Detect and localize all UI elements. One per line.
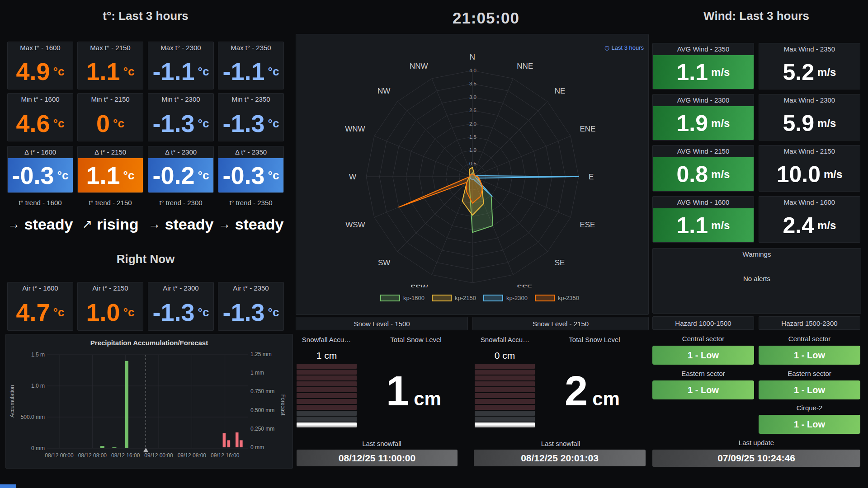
legend-item-kp-1600[interactable]: kp-1600 xyxy=(380,295,425,301)
stat-value: -1.3 xyxy=(153,300,195,324)
trend-value-2150: ↗rising xyxy=(77,213,143,235)
dashboard: t°: Last 3 hours Max t° - 1600 4.9°c Max… xyxy=(0,0,868,488)
central-sector-hazard-value: 1 - Low xyxy=(652,346,754,365)
svg-text:Precipitation Accumulation/For: Precipitation Accumulation/Forecast xyxy=(90,339,208,347)
svg-text:E: E xyxy=(589,173,594,181)
panel-title: Air t° - 2350 xyxy=(218,282,283,294)
last-snowfall-timestamp: 08/12/25 11:00:00 xyxy=(297,450,458,466)
svg-text:0 mm: 0 mm xyxy=(31,445,45,451)
stat-value: 4.9 xyxy=(16,59,50,84)
stat-value: 0 xyxy=(96,111,110,136)
stat-value: -1.3 xyxy=(223,111,265,136)
panel-title: Air t° - 2300 xyxy=(148,282,213,294)
last-snowfall-label: Last snowfall xyxy=(472,440,649,447)
panel-title: AVG Wind - 2350 xyxy=(653,43,754,55)
panel-title: Δ t° - 2300 xyxy=(148,146,213,158)
section-title-temperature: t°: Last 3 hours xyxy=(7,9,284,23)
legend-swatch xyxy=(432,295,452,301)
bottom-left-accent xyxy=(0,484,16,488)
gauge-cell-red xyxy=(297,387,357,392)
svg-text:Accumulation: Accumulation xyxy=(9,385,15,418)
svg-text:0 mm: 0 mm xyxy=(250,444,264,450)
gauge-cell-red xyxy=(475,399,535,404)
panel-title: AVG Wind - 2150 xyxy=(653,145,754,157)
panel-title: Max Wind - 2350 xyxy=(759,43,860,55)
stat-panel-min-2300: Min t° - 2300 -1.3°c xyxy=(148,93,214,141)
panel-title: Max t° - 2150 xyxy=(78,42,143,54)
panel-title: Min t° - 2150 xyxy=(78,94,143,105)
svg-text:1.25 mm: 1.25 mm xyxy=(250,351,272,357)
svg-text:SSW: SSW xyxy=(410,283,428,287)
svg-text:SSE: SSE xyxy=(517,283,532,287)
legend-item-kp-2300[interactable]: kp-2300 xyxy=(483,295,528,301)
panel-title: AVG Wind - 1600 xyxy=(653,197,754,208)
svg-text:3.0: 3.0 xyxy=(469,94,476,100)
svg-text:500.0 mm: 500.0 mm xyxy=(21,414,45,420)
total-snow-stat: 1cm xyxy=(357,370,470,412)
stat-unit: °c xyxy=(123,66,135,77)
stat-panel-min-2350: Min t° - 2350 -1.3°c xyxy=(218,93,284,141)
stat-unit: °c xyxy=(268,66,279,77)
cirque-2-label: Cirque-2 xyxy=(759,404,860,412)
stat-unit: °c xyxy=(268,306,279,318)
wind-rose-panel: Last 3 hours 0.51.01.52.02.53.03.54.0NNN… xyxy=(296,34,649,315)
stat-unit: °c xyxy=(198,169,209,181)
panel-title: Max Wind - 2150 xyxy=(759,145,860,157)
svg-text:0.250 mm: 0.250 mm xyxy=(250,426,274,432)
central-sector-label: Central sector xyxy=(759,335,860,343)
panel-title: Δ t° - 2150 xyxy=(78,146,143,158)
gauge-cell-red xyxy=(297,405,357,410)
panel-title: Δ t° - 2350 xyxy=(218,146,283,158)
panel-title: Min t° - 2300 xyxy=(148,94,213,105)
last-snowfall-timestamp: 08/12/25 20:01:03 xyxy=(474,450,646,466)
svg-text:08/12 08:00: 08/12 08:00 xyxy=(78,452,107,459)
wind-rose-chart: 0.51.01.52.02.53.03.54.0NNNENEENEEESESES… xyxy=(296,34,648,287)
gauge-cell-red xyxy=(297,399,357,404)
trend-arrow-icon: ↗ xyxy=(82,218,92,230)
snow-level-1500-panel: Snowfall Accu… Total Snow Level 1 cm 1cm… xyxy=(296,331,468,469)
svg-text:ESE: ESE xyxy=(580,221,595,229)
stat-value: -0.3 xyxy=(223,163,265,188)
svg-text:09/12 08:00: 09/12 08:00 xyxy=(178,452,207,459)
stat-value: 4.7 xyxy=(16,300,50,324)
trend-arrow-icon: → xyxy=(148,218,160,230)
snowfall-accumulation-label: Snowfall Accu… xyxy=(476,336,534,343)
svg-text:1.5: 1.5 xyxy=(469,134,476,140)
wind-rose-legend: kp-1600 kp-2150 kp-2300 kp-2350 xyxy=(380,295,579,301)
hazard-1000-1500-header: Hazard 1000-1500 xyxy=(652,316,754,330)
snowfall-bar-gauge xyxy=(475,363,535,427)
svg-text:08/12 16:00: 08/12 16:00 xyxy=(111,452,140,459)
gauge-cell-gray xyxy=(297,411,357,416)
panel-title: Max Wind - 1600 xyxy=(759,197,860,208)
legend-item-kp-2150[interactable]: kp-2150 xyxy=(432,295,476,301)
snowfall-accumulation-label: Snowfall Accu… xyxy=(297,336,355,343)
stat-panel-avg-wind-2350: AVG Wind - 2350 1.1m/s xyxy=(652,43,754,89)
stat-unit: °c xyxy=(198,306,209,318)
section-title-wind: Wind: Last 3 hours xyxy=(652,9,860,23)
stat-panel-air-1600: Air t° - 1600 4.7°c xyxy=(7,282,73,331)
stat-unit: °c xyxy=(53,306,65,318)
stat-value: 1.0 xyxy=(86,300,120,324)
stat-panel-max-wind-2150: Max Wind - 2150 10.0m/s xyxy=(759,145,860,192)
stat-value: -0.3 xyxy=(12,163,54,188)
svg-text:09/12 00:00: 09/12 00:00 xyxy=(144,452,173,459)
snow-level-2150-panel: Snowfall Accu… Total Snow Level 0 cm 2cm… xyxy=(472,331,649,469)
gauge-cell-red xyxy=(297,370,357,375)
stat-panel-max-2350: Max t° - 2350 -1.1°c xyxy=(218,42,284,89)
stat-panel-avg-wind-2300: AVG Wind - 2300 1.9m/s xyxy=(652,94,754,141)
gauge-cell-red xyxy=(475,405,535,410)
svg-text:1.5 m: 1.5 m xyxy=(31,352,45,358)
stat-panel-max-1600: Max t° - 1600 4.9°c xyxy=(7,42,73,89)
legend-item-kp-2350[interactable]: kp-2350 xyxy=(535,295,579,301)
gauge-cell-red xyxy=(475,393,535,398)
svg-text:0.500 mm: 0.500 mm xyxy=(250,407,274,413)
stat-value: 1.1 xyxy=(86,59,120,84)
total-snow-level-label: Total Snow Level xyxy=(558,336,631,343)
svg-text:NW: NW xyxy=(377,87,390,95)
snowfall-gauge-value: 0 cm xyxy=(475,350,535,361)
last-update-label: Last update xyxy=(652,439,860,446)
last-snowfall-label: Last snowfall xyxy=(296,440,468,447)
gauge-cell-red xyxy=(475,375,535,380)
stat-panel-avg-wind-2150: AVG Wind - 2150 0.8m/s xyxy=(652,145,754,192)
panel-title: Air t° - 2150 xyxy=(78,282,143,294)
